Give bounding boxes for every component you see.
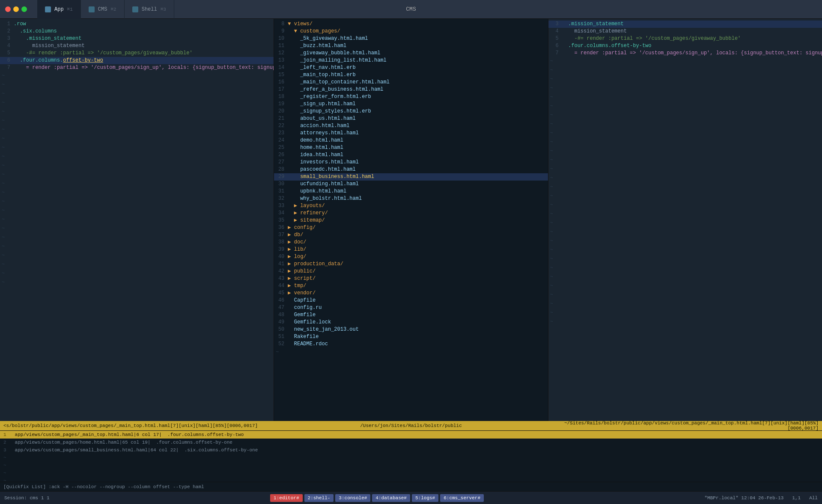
tab-app-shortcut: ⌘1 [67,6,73,12]
quickfix-line-active[interactable]: 1 app/views/custom_pages/_main_top.html.… [0,431,822,439]
code-line: 40 ▶ log/ [274,253,548,261]
command-bar: [Quickfix List] :ack -H --nocolor --nogr… [0,482,822,491]
code-line-highlighted: 29 small_business.html.haml [274,173,548,181]
code-line: 23 attorneys.html.haml [274,130,548,137]
code-line: 52 README.rdoc [274,341,548,348]
code-line: 15 _main_top.html.erb [274,71,548,79]
command-text: [Quickfix List] :ack -H --nocolor --nogr… [3,484,204,489]
code-line: 33 ▶ layouts/ [274,202,548,210]
cursor-position: 1,1 [792,495,801,501]
code-line: 13 _join_mailing_list.html.haml [274,57,548,64]
code-line: 38 ▶ doc/ [274,239,548,246]
code-line: 47 config.ru [274,304,548,311]
code-line: 25 home.html.haml [274,144,548,151]
status-left: <s/bolstr/public/app/views/custom_pages/… [3,423,275,428]
tab-shell-shortcut: ⌘3 [161,6,166,12]
minimize-button[interactable] [13,6,19,12]
code-line: 3 .mission_statement [0,35,274,42]
status-center: /Users/jon/Sites/Rails/bolstr/public [275,423,547,428]
code-line: 49 Gemfile.lock [274,319,548,326]
code-line: 20 _signup_styles.html.erb [274,108,548,115]
code-line-highlighted: 6 .four.columns.offset-by-two [0,57,274,64]
code-line: 6 .four.columns.offset-by-two [548,42,822,50]
tab-app-icon [45,6,51,12]
tmux-tabs: 1:editor# 2:shell- 3:console# 4:database… [270,494,484,502]
session-info: Session: cms 1 1 [4,495,50,501]
tab-cms-shortcut: ⌘2 [110,6,116,12]
code-line: 26 idea.html.haml [274,151,548,159]
tab-shell[interactable]: Shell ⌘3 [125,0,174,19]
quickfix-line[interactable]: 3 app/views/custom_pages/small_business.… [0,446,822,454]
tab-shell-label: Shell [142,6,157,12]
tab-app-label: App [54,6,64,12]
tmux-tab-2[interactable]: 2:shell- [304,494,334,502]
left-code-area[interactable]: 1 .row 2 .six.columns 3 .mission_stateme… [0,19,274,421]
tmux-tab-4[interactable]: 4:database# [372,494,410,502]
close-button[interactable] [5,6,11,12]
code-line: 42 ▶ public/ [274,268,548,275]
tab-cms[interactable]: CMS ⌘2 [81,0,125,19]
code-line: 4 mission_statement [548,28,822,35]
code-line: 43 ▶ script/ [274,275,548,282]
code-line: 41 ▶ production_data/ [274,261,548,268]
scroll-mode: All [809,495,818,501]
right-code-area[interactable]: 3 .mission_statement 4 mission_statement… [548,19,822,421]
code-line: 14 _left_nav.html.erb [274,64,548,71]
tab-app[interactable]: App ⌘1 [37,0,81,19]
code-line: 27 investors.html.haml [274,159,548,166]
code-line: 7 = render :partial => '/custom_pages/si… [0,64,274,71]
code-line: 44 ▶ tmp/ [274,282,548,290]
bottom-right-info: "MBPr.local" 12:04 26-Feb-13 [705,495,784,501]
code-line: 39 ▶ lib/ [274,246,548,253]
code-line: 35 ▶ sitemap/ [274,217,548,224]
quickfix-panel: 1 app/views/custom_pages/_main_top.html.… [0,430,822,482]
tmux-tab-1[interactable]: 1:editor# [270,494,302,502]
tmux-tab-6[interactable]: 6:cms_server# [440,494,484,502]
code-line: 36 ▶ config/ [274,224,548,231]
code-line: 24 demo.html.haml [274,137,548,144]
quickfix-line[interactable]: 2 app/views/custom_pages/home.html.haml|… [0,439,822,446]
code-line: 30 ucfunding.html.haml [274,181,548,188]
tab-bar: App ⌘1 CMS ⌘2 Shell ⌘3 [37,0,174,19]
tmux-tab-5[interactable]: 5:logs# [412,494,438,502]
code-line: 22 accion.html.haml [274,122,548,130]
right-pane: 3 .mission_statement 4 mission_statement… [548,19,822,421]
titlebar: App ⌘1 CMS ⌘2 Shell ⌘3 CMS [0,0,822,19]
code-line: 5 -#= render :partial => '/custom_pages/… [548,35,822,42]
tab-cms-label: CMS [98,6,107,12]
left-pane: 1 .row 2 .six.columns 3 .mission_stateme… [0,19,274,421]
code-line: 19 _sign_up.html.haml [274,101,548,108]
code-line: 12 _giveaway_bubble.html.haml [274,50,548,57]
code-line: 46 Capfile [274,297,548,304]
code-line: 2 .six.columns [0,28,274,35]
code-line: 34 ▶ refinery/ [274,210,548,217]
code-line: 5 -#= render :partial => '/custom_pages/… [0,50,274,57]
code-line: 45 ▶ vendor/ [274,290,548,297]
code-line: 37 ▶ db/ [274,231,548,239]
tab-cms-icon [89,6,95,12]
maximize-button[interactable] [21,6,27,12]
code-line: 16 _main_top_container.html.haml [274,79,548,86]
code-line: 9 ▼ custom_pages/ [274,28,548,35]
code-line: 8 ▼ views/ [274,21,548,28]
code-line: 51 Rakefile [274,333,548,341]
code-line-highlighted: 3 .mission_statement [548,21,822,28]
code-line: 32 why_bolstr.html.haml [274,195,548,202]
code-line: 1 .row [0,21,274,28]
code-line: 21 about_us.html.haml [274,115,548,122]
code-line: 28 pascoedc.html.haml [274,166,548,173]
code-line: 4 mission_statement [0,42,274,50]
status-bar: <s/bolstr/public/app/views/custom_pages/… [0,421,822,430]
window-controls [0,6,27,12]
middle-pane: 8 ▼ views/ 9 ▼ custom_pages/ 10 _5k_give… [274,19,548,421]
middle-code-area[interactable]: 8 ▼ views/ 9 ▼ custom_pages/ 10 _5k_give… [274,19,548,421]
code-line: 11 _buzz.html.haml [274,42,548,50]
code-line: 31 upbnk.html.haml [274,188,548,195]
tab-shell-icon [132,6,138,12]
code-line: 50 new_site_jan_2013.out [274,326,548,333]
tmux-tab-3[interactable]: 3:console# [335,494,370,502]
window-title: CMS [406,6,416,12]
status-right: ~/Sites/Rails/bolstr/public/app/views/cu… [547,421,819,431]
code-line: 17 _refer_a_business.html.haml [274,86,548,93]
code-line: 48 Gemfile [274,311,548,319]
